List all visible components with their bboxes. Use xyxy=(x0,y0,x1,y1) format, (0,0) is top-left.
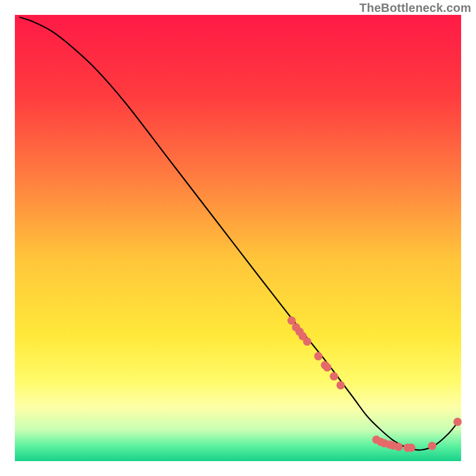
chart-stage: TheBottleneck.com xyxy=(0,0,476,476)
data-marker xyxy=(428,442,436,450)
watermark-text: TheBottleneck.com xyxy=(359,1,471,15)
data-marker xyxy=(303,337,311,346)
plot-background xyxy=(15,15,461,461)
data-marker xyxy=(314,352,322,361)
data-marker xyxy=(330,372,338,381)
data-marker xyxy=(394,443,403,451)
data-marker xyxy=(407,444,415,452)
chart-svg xyxy=(0,0,476,476)
data-marker xyxy=(453,418,462,426)
data-marker xyxy=(337,381,345,390)
data-marker xyxy=(323,364,331,372)
